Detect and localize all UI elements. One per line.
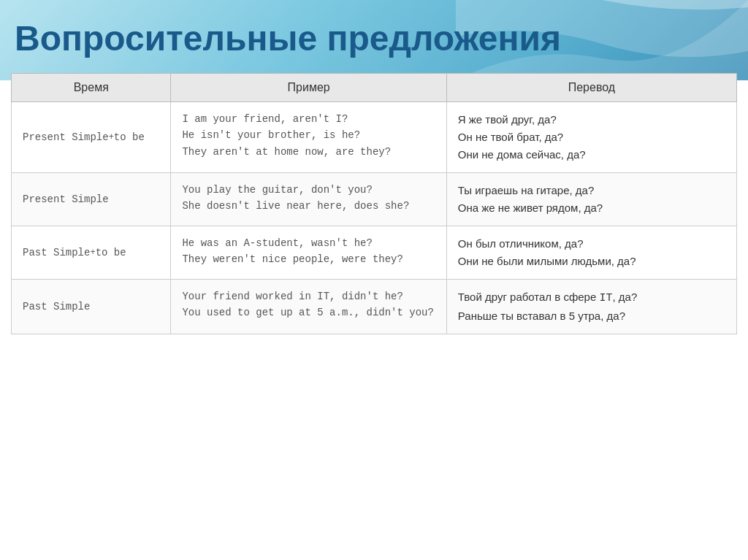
example-cell-1: You play the guitar, don't you? She does… [171, 173, 446, 226]
header-time: Время [12, 74, 171, 102]
time-label-0: Present Simple+to be [23, 131, 145, 143]
header-translation: Перевод [446, 74, 736, 102]
page-title: Вопросительные предложения [0, 0, 748, 69]
table-row: Present Simple You play the guitar, don'… [12, 173, 737, 226]
table-row: Past Simple Your friend worked in IT, di… [12, 280, 737, 334]
table-row: Present Simple+to be I am your friend, a… [12, 102, 737, 173]
header-example: Пример [171, 74, 446, 102]
translation-cell-0: Я же твой друг, да? Он не твой брат, да?… [446, 102, 736, 173]
time-cell-2: Past Simple+to be [12, 226, 171, 280]
time-label-1: Present Simple [23, 193, 109, 205]
time-cell-0: Present Simple+to be [12, 102, 171, 173]
time-cell-3: Past Simple [12, 280, 171, 334]
table-row: Past Simple+to be He was an A-student, w… [12, 226, 737, 280]
translation-cell-2: Он был отличником, да? Они не были милым… [446, 226, 736, 280]
time-cell-1: Present Simple [12, 173, 171, 226]
example-cell-0: I am your friend, aren't I? He isn't you… [171, 102, 446, 173]
time-label-2: Past Simple+to be [23, 247, 126, 258]
translation-cell-1: Ты играешь на гитаре, да? Она же не живе… [446, 173, 736, 226]
example-cell-3: Your friend worked in IT, didn't he? You… [171, 280, 446, 334]
grammar-table: Время Пример Перевод Present Simple+to b… [11, 73, 737, 334]
content-area: Время Пример Перевод Present Simple+to b… [0, 73, 748, 342]
time-label-3: Past Simple [23, 301, 90, 312]
example-cell-2: He was an A-student, wasn't he? They wer… [171, 226, 446, 280]
translation-cell-3: Твой друг работал в сфере IT, да? Раньше… [446, 280, 736, 334]
